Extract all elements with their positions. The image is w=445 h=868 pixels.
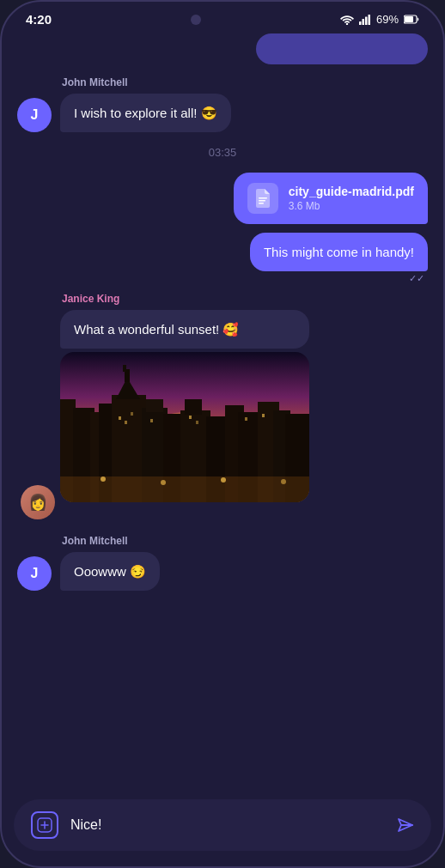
svg-rect-1 [359,21,362,25]
svg-rect-7 [259,197,267,199]
svg-rect-25 [185,399,202,415]
status-right: 69% [340,13,419,26]
phone-frame: 4:20 69% [0,0,445,868]
avatar-john-2: J [17,556,52,591]
svg-rect-9 [259,203,264,204]
battery-icon [404,15,419,24]
image-bubble [60,352,309,502]
bubble-group-janice: Janice King What a wonderful sunset! 🥰 [60,293,309,502]
add-icon [37,817,52,833]
check-marks: ✓✓ [409,273,424,284]
svg-rect-20 [123,365,126,372]
message-row-john-2: J John Mitchell Ooowww 😏 [17,535,428,591]
chat-area: J John Mitchell I wish to explore it all… [2,33,443,791]
time-divider: 03:35 [17,146,428,159]
svg-point-43 [221,477,226,483]
bubble-john-1: I wish to explore it all! 😎 [60,94,231,132]
sender-name-john-2: John Mitchell [62,535,160,547]
svg-point-0 [346,22,348,24]
file-info: city_guide-madrid.pdf 3.6 Mb [289,185,414,212]
svg-rect-8 [259,200,265,202]
svg-point-44 [281,479,286,484]
avatar-john: J [17,98,52,132]
sent-message-file: city_guide-madrid.pdf 3.6 Mb [17,173,428,224]
svg-rect-35 [150,419,153,422]
svg-rect-40 [60,476,309,502]
sent-message-partial [17,33,428,68]
sender-name-janice: Janice King [62,293,309,305]
status-center-dot [191,15,201,25]
svg-rect-3 [365,16,368,25]
signal-icon [359,15,371,25]
svg-rect-36 [189,416,192,419]
message-input[interactable] [70,817,383,833]
svg-point-41 [101,476,106,482]
file-bubble: city_guide-madrid.pdf 3.6 Mb [234,173,428,224]
svg-rect-34 [131,412,133,416]
svg-rect-33 [125,421,127,424]
wifi-icon [340,15,354,25]
svg-rect-37 [196,421,198,424]
status-time: 4:20 [26,12,52,27]
status-bar: 4:20 69% [2,2,443,33]
svg-rect-6 [405,16,413,22]
send-button[interactable] [395,816,414,835]
file-name: city_guide-madrid.pdf [289,185,414,198]
message-row-john-1: J John Mitchell I wish to explore it all… [17,76,428,132]
svg-rect-2 [362,19,364,25]
bubble-group-john-2: John Mitchell Ooowww 😏 [60,535,160,591]
bubble-janice-text: What a wonderful sunset! 🥰 [60,310,309,349]
message-row-janice: Janice King What a wonderful sunset! 🥰 [17,293,428,502]
bubble-sent-1: This might come in handy! [250,233,428,271]
svg-rect-39 [262,414,265,417]
avatar-janice: 👩 [21,485,55,519]
send-icon [395,816,414,835]
janice-avatar-placeholder: 👩 [28,493,47,512]
sent-message-1: This might come in handy! ✓✓ [17,233,428,284]
bubble-john-2: Ooowww 😏 [60,552,160,591]
battery-text: 69% [376,13,399,26]
bubble-sent-top [256,33,428,64]
file-icon-wrap [247,183,278,214]
file-icon [254,189,271,208]
file-size: 3.6 Mb [289,200,414,212]
svg-rect-38 [245,417,247,421]
input-bar [14,799,431,851]
bubble-group-john-1: John Mitchell I wish to explore it all! … [60,76,231,132]
add-attachment-button[interactable] [31,811,58,839]
svg-point-42 [161,480,166,485]
sender-name-john: John Mitchell [62,76,231,88]
svg-rect-22 [146,399,163,412]
svg-rect-32 [119,416,121,420]
svg-rect-4 [368,15,370,25]
